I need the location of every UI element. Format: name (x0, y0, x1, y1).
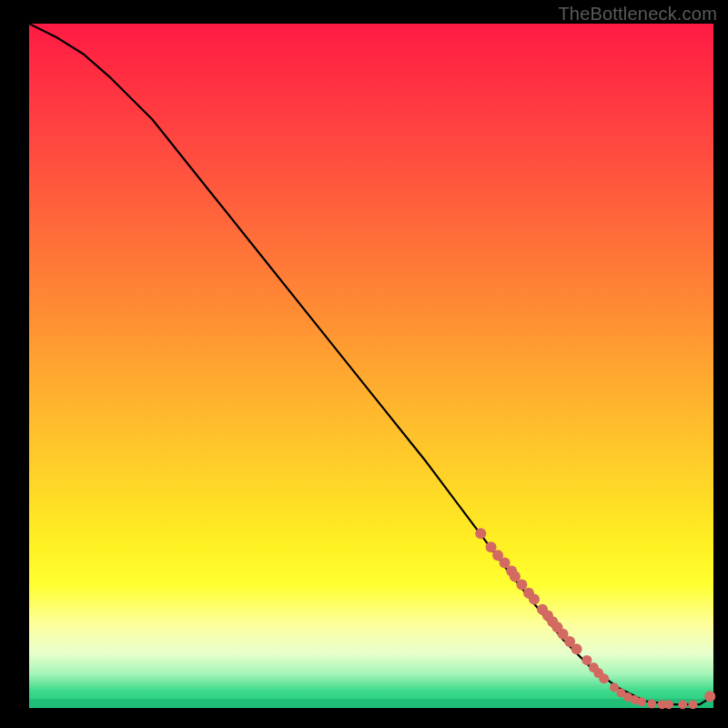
marker-dot (688, 700, 697, 709)
marker-dot (529, 593, 540, 604)
chart-svg (29, 24, 713, 708)
marker-dot (637, 697, 646, 706)
plot-area (29, 24, 713, 708)
chart-stage: TheBottleneck.com (0, 0, 728, 728)
marker-dot (704, 691, 715, 702)
marker-dot (581, 655, 592, 665)
watermark-text: TheBottleneck.com (558, 4, 717, 25)
marker-dot (571, 643, 582, 654)
marker-dot (599, 673, 609, 683)
marker-group (475, 528, 715, 709)
marker-dot (664, 700, 673, 709)
marker-dot (678, 700, 687, 709)
marker-dot (475, 528, 486, 539)
marker-dot (647, 700, 656, 709)
curve-line (29, 24, 713, 704)
